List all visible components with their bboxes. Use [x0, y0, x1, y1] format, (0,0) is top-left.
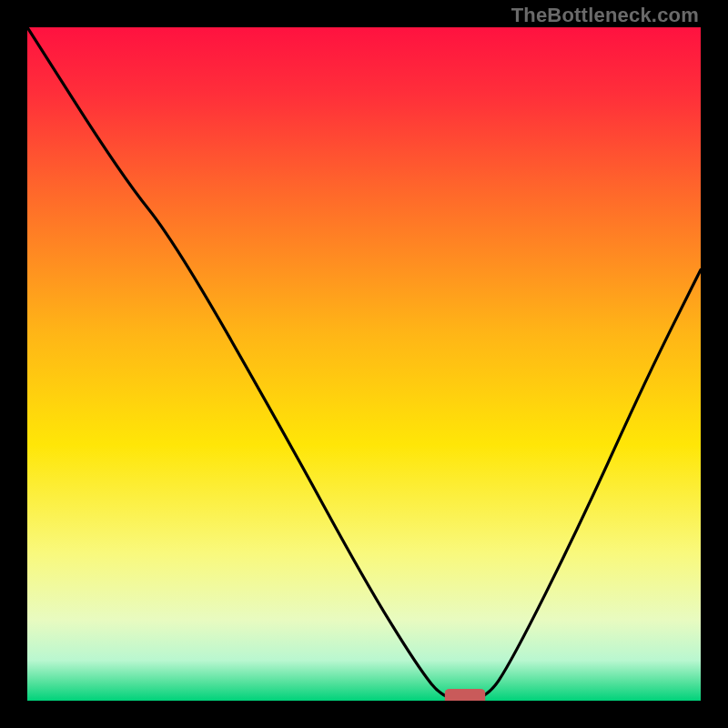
- optimal-marker: [445, 689, 485, 701]
- gradient-background: [27, 27, 701, 701]
- watermark-text: TheBottleneck.com: [511, 4, 699, 27]
- chart-frame: TheBottleneck.com: [0, 0, 728, 728]
- chart-svg: [27, 27, 701, 701]
- plot-area: [27, 27, 701, 701]
